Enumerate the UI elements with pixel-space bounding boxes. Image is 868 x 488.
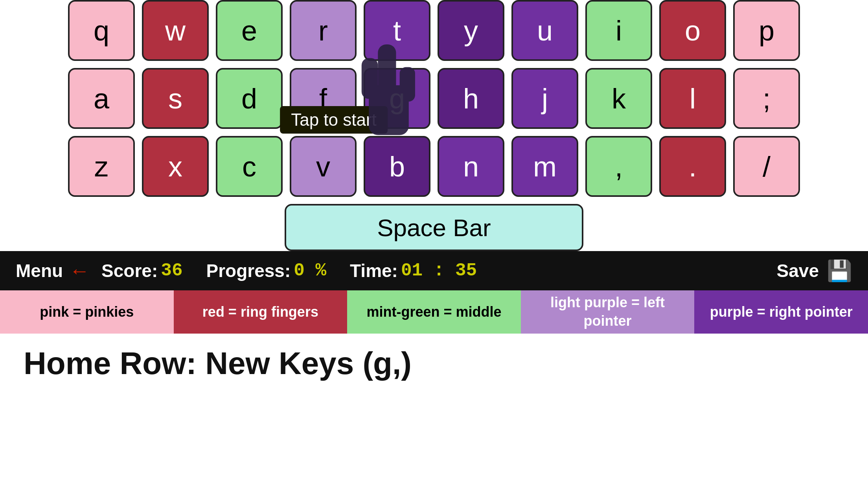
save-label[interactable]: Save <box>777 260 819 281</box>
key-v[interactable]: v <box>290 136 357 197</box>
key-j[interactable]: j <box>511 68 578 129</box>
key-l[interactable]: l <box>659 68 726 129</box>
keyboard-row-3-wrapper: z x c v b <box>0 136 868 197</box>
key-comma[interactable]: , <box>585 136 652 197</box>
key-y[interactable]: y <box>438 0 504 61</box>
save-section: Save 💾 <box>777 259 852 283</box>
key-u[interactable]: u <box>511 0 578 61</box>
key-slash[interactable]: / <box>733 136 800 197</box>
menu-label[interactable]: Menu <box>16 260 63 281</box>
key-q[interactable]: q <box>68 0 135 61</box>
save-icon[interactable]: 💾 <box>827 259 852 283</box>
key-m[interactable]: m <box>511 136 578 197</box>
legend-purple: purple = right pointer <box>694 290 868 334</box>
legend-row: pink = pinkies red = ring fingers mint-g… <box>0 290 868 334</box>
key-r[interactable]: r <box>290 0 357 61</box>
tap-to-start-tooltip[interactable]: Tap to start <box>280 106 388 134</box>
keyboard-row-3: z x c v b <box>0 136 868 197</box>
key-x[interactable]: x <box>142 136 209 197</box>
legend-pink: pink = pinkies <box>0 290 174 334</box>
legend-red: red = ring fingers <box>174 290 348 334</box>
key-k[interactable]: k <box>585 68 652 129</box>
key-i[interactable]: i <box>585 0 652 61</box>
key-p[interactable]: p <box>733 0 800 61</box>
key-s[interactable]: s <box>142 68 209 129</box>
back-arrow-icon[interactable]: ← <box>69 259 90 283</box>
key-c[interactable]: c <box>216 136 283 197</box>
key-n[interactable]: n <box>438 136 504 197</box>
spacebar-row: Space Bar <box>0 204 868 251</box>
key-d[interactable]: d <box>216 68 283 129</box>
key-t[interactable]: t <box>364 0 430 61</box>
key-z[interactable]: z <box>68 136 135 197</box>
keyboard-row-2: a s d f g h j k l ; <box>0 68 868 129</box>
key-e[interactable]: e <box>216 0 283 61</box>
key-w[interactable]: w <box>142 0 209 61</box>
spacebar-key[interactable]: Space Bar <box>285 204 583 251</box>
score-value: 36 <box>161 261 182 281</box>
bottom-title: Home Row: New Keys (g,) <box>0 334 868 382</box>
progress-label: Progress: <box>206 260 291 281</box>
keyboard-row-1: q w e r t y u i o p <box>0 0 868 61</box>
key-b[interactable]: b Tap to start <box>364 136 430 197</box>
legend-green: mint-green = middle <box>347 290 521 334</box>
progress-value: 0 % <box>294 261 326 281</box>
legend-lightpurple: light purple = left pointer <box>521 290 695 334</box>
key-period[interactable]: . <box>659 136 726 197</box>
key-o[interactable]: o <box>659 0 726 61</box>
status-bar: Menu ← Score: 36 Progress: 0 % Time: 01 … <box>0 251 868 290</box>
time-label: Time: <box>350 260 398 281</box>
key-semicolon[interactable]: ; <box>733 68 800 129</box>
key-a[interactable]: a <box>68 68 135 129</box>
time-value: 01 : 35 <box>401 261 477 281</box>
score-label: Score: <box>101 260 158 281</box>
key-h[interactable]: h <box>438 68 504 129</box>
